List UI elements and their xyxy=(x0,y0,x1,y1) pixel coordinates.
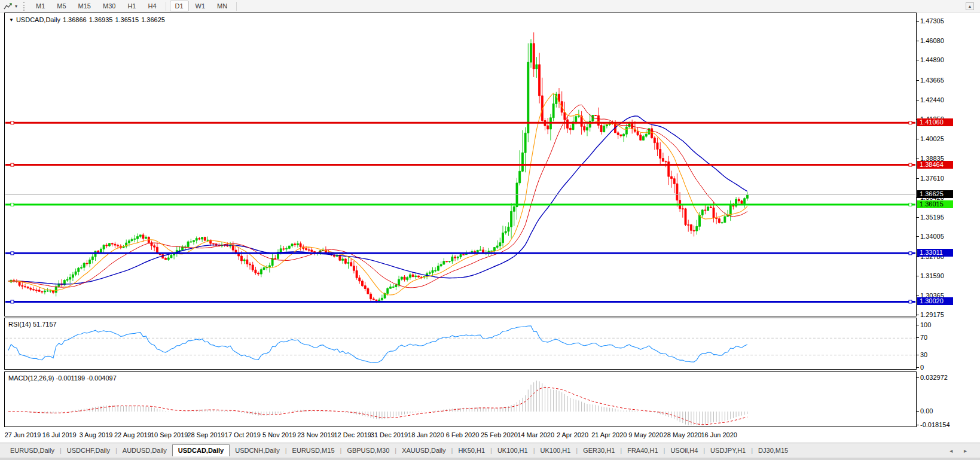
date-axis-label: 23 Nov 2019 xyxy=(297,431,334,438)
price-level-badge: 1.33011 xyxy=(917,249,953,257)
chart-tab-hk50-h1[interactable]: HK50,H1 xyxy=(453,445,490,456)
price-axis-label: 1.35195 xyxy=(920,214,944,221)
toolbar-grip[interactable] xyxy=(23,2,26,11)
date-axis-label: 9 May 2020 xyxy=(628,431,663,438)
timeframe-button-w1[interactable]: W1 xyxy=(190,1,211,11)
level-end-marker[interactable] xyxy=(909,203,912,206)
level-end-marker[interactable] xyxy=(909,300,912,303)
axis-tick xyxy=(917,236,919,237)
chart-tab-audusd-daily[interactable]: AUDUSD,Daily xyxy=(117,445,172,456)
chart-tab-eurusd-daily[interactable]: EURUSD,Daily xyxy=(5,445,60,456)
date-axis-label: 17 Oct 2019 xyxy=(225,431,261,438)
level-end-marker[interactable] xyxy=(11,163,14,166)
macd-axis-label: -0.018154 xyxy=(920,421,950,428)
level-end-marker[interactable] xyxy=(11,121,14,124)
chart-tab-xauusd-daily[interactable]: XAUUSD,Daily xyxy=(396,445,451,456)
collapse-triangle-icon[interactable]: ▼ xyxy=(9,17,14,23)
rsi-axis-label: 0 xyxy=(920,364,924,371)
tab-scroll-arrows[interactable]: ◂ ▸ xyxy=(950,447,972,454)
ohlc-high: 1.36935 xyxy=(89,16,113,23)
axis-tick xyxy=(917,425,919,425)
date-axis-label: 3 Aug 2019 xyxy=(80,431,113,438)
toolbar-separator xyxy=(166,2,166,11)
date-axis-label: 21 Apr 2020 xyxy=(591,431,627,438)
date-axis-label: 12 Dec 2019 xyxy=(334,431,371,438)
chart-tab-usdcad-daily[interactable]: USDCAD,Daily xyxy=(172,444,230,456)
price-axis-label: 1.37610 xyxy=(920,175,944,182)
axis-tick xyxy=(917,80,919,81)
timeframe-button-m1[interactable]: M1 xyxy=(30,1,50,11)
chart-tab-uk100-h1[interactable]: UK100,H1 xyxy=(535,445,576,456)
chart-tab-dj30-m15[interactable]: DJ30,M15 xyxy=(753,445,793,456)
date-axis-label: 16 Jun 2020 xyxy=(701,431,737,438)
macd-label: MACD(12,26,9) -0.001199 -0.004097 xyxy=(8,374,117,382)
timeframe-button-m15[interactable]: M15 xyxy=(73,1,96,11)
axis-tick xyxy=(917,60,919,60)
top-toolbar: ▾ M1M5M15M30H1H4D1W1MN ▲ xyxy=(0,0,980,13)
chart-tab-usdcnh-daily[interactable]: USDCNH,Daily xyxy=(230,445,285,456)
macd-signal-line xyxy=(8,388,747,425)
date-axis-label: 5 Nov 2019 xyxy=(262,431,296,438)
ohlc-low: 1.36515 xyxy=(115,16,139,23)
price-axis-label: 1.31590 xyxy=(920,272,944,279)
axis-tick xyxy=(917,296,919,296)
axis-tick xyxy=(917,100,919,100)
axis-tick xyxy=(917,377,919,378)
timeframe-button-h1[interactable]: H1 xyxy=(122,1,141,11)
rsi-axis-label: 100 xyxy=(920,321,931,328)
chart-tab-usoil-h4[interactable]: USOil,H4 xyxy=(665,445,703,456)
toolbar-separator xyxy=(236,2,237,11)
chart-tab-usdchf-daily[interactable]: USDCHF,Daily xyxy=(62,445,115,456)
chart-tab-gbpusd-m30[interactable]: GBPUSD,M30 xyxy=(341,445,395,456)
ohlc-close: 1.36625 xyxy=(141,16,165,23)
rsi-label: RSI(14) 51.7157 xyxy=(8,321,57,328)
level-end-marker[interactable] xyxy=(11,300,14,303)
date-axis-label: 28 Sep 2019 xyxy=(187,431,224,438)
date-axis[interactable]: 27 Jun 201916 Jul 20193 Aug 201922 Aug 2… xyxy=(4,430,917,441)
chart-mode-button[interactable]: ▾ xyxy=(0,2,20,10)
level-end-marker[interactable] xyxy=(909,252,912,255)
main-chart-panel[interactable]: ▼ USDCAD,Daily 1.36866 1.36935 1.36515 1… xyxy=(4,13,917,316)
timeframe-button-d1[interactable]: D1 xyxy=(170,1,189,11)
timeframe-button-h4[interactable]: H4 xyxy=(142,1,161,11)
date-axis-label: 16 Jul 2019 xyxy=(42,431,77,438)
level-end-marker[interactable] xyxy=(909,163,912,166)
date-axis-label: 31 Dec 2019 xyxy=(371,431,408,438)
price-axis-label: 1.43665 xyxy=(920,77,944,84)
level-end-marker[interactable] xyxy=(11,203,14,206)
chart-tab-eurusd-m15[interactable]: EURUSD,M15 xyxy=(287,445,340,456)
price-level-badge: 1.36015 xyxy=(917,200,953,208)
scroll-up-button[interactable]: ▲ xyxy=(966,2,974,10)
price-axis-label: 1.34005 xyxy=(920,233,944,240)
ma-slow-line xyxy=(8,116,747,284)
chart-tab-ger30-h1[interactable]: GER30,H1 xyxy=(578,445,620,456)
chart-tab-uk100-h1[interactable]: UK100,H1 xyxy=(492,445,533,456)
chart-tab-bar: EURUSD,Daily|USDCHF,Daily|AUDUSD,DailyUS… xyxy=(0,443,980,458)
date-axis-label: 18 Jan 2020 xyxy=(408,431,444,438)
rsi-indicator-panel[interactable]: RSI(14) 51.7157 xyxy=(4,318,917,370)
rsi-axis-label: 30 xyxy=(920,351,927,358)
macd-axis-label: 0.032972 xyxy=(920,374,948,381)
axis-tick xyxy=(917,315,919,315)
timeframe-button-m30[interactable]: M30 xyxy=(97,1,121,11)
chart-tab-fra40-h1[interactable]: FRA40,H1 xyxy=(622,445,663,456)
level-end-marker[interactable] xyxy=(909,121,912,124)
price-axis[interactable]: 1.473051.460801.448901.436651.424401.412… xyxy=(917,13,980,429)
line-chart-icon xyxy=(4,2,13,10)
axis-tick xyxy=(917,411,919,412)
chevron-down-icon[interactable]: ▾ xyxy=(15,4,17,9)
axis-tick xyxy=(917,41,919,41)
timeframe-button-mn[interactable]: MN xyxy=(212,1,233,11)
axis-tick xyxy=(917,21,919,22)
timeframe-button-m5[interactable]: M5 xyxy=(51,1,71,11)
ohlc-open: 1.36866 xyxy=(63,16,87,23)
rsi-canvas xyxy=(5,318,916,369)
axis-tick xyxy=(917,178,919,179)
ma-medium-line xyxy=(8,105,747,288)
macd-histogram xyxy=(8,380,747,425)
macd-indicator-panel[interactable]: MACD(12,26,9) -0.001199 -0.004097 xyxy=(4,371,917,427)
chart-tab-usdjpy-h1[interactable]: USDJPY,H1 xyxy=(705,445,751,456)
price-level-badge: 1.30020 xyxy=(917,297,953,305)
date-axis-label: 14 Mar 2020 xyxy=(517,431,554,438)
level-end-marker[interactable] xyxy=(11,252,14,255)
